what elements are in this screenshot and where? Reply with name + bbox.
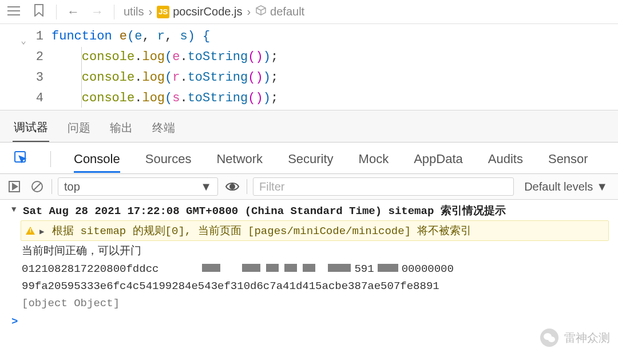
- separator: [50, 151, 51, 167]
- log-text: 99fa20595333e6fc4c54199284e543ef310d6c7a…: [22, 280, 439, 292]
- devtools-tab-network[interactable]: Network: [216, 152, 263, 167]
- play-in-box-icon[interactable]: [6, 178, 23, 195]
- clear-console-icon[interactable]: [29, 178, 46, 195]
- log-level-dropdown[interactable]: Default levels ▼: [520, 180, 612, 193]
- bookmark-icon[interactable]: [31, 4, 47, 20]
- devtools-tab-mock[interactable]: Mock: [359, 152, 389, 167]
- svg-line-5: [261, 8, 266, 10]
- svg-point-12: [230, 184, 235, 189]
- devtools-tab-audits[interactable]: Audits: [488, 152, 523, 167]
- zh-panel-tabs: 调试器问题输出终端: [0, 110, 618, 142]
- editor-toolbar: ← → utils › JS pocsirCode.js › default: [0, 0, 618, 24]
- wechat-icon: [540, 329, 558, 347]
- js-file-icon: JS: [157, 6, 169, 18]
- zh-tab-1[interactable]: 问题: [66, 117, 92, 141]
- breadcrumb: utils › JS pocsirCode.js › default: [124, 5, 304, 19]
- console-prompt[interactable]: >: [9, 312, 609, 331]
- line-number: 4: [0, 88, 52, 109]
- watermark: 雷神众测: [540, 329, 610, 347]
- crumb-symbol-label: default: [270, 5, 304, 18]
- crumb-symbol[interactable]: default: [255, 5, 304, 19]
- code-content[interactable]: function e(e, r, s) { console.log(e.toSt…: [52, 24, 618, 110]
- execution-context-dropdown[interactable]: top ▼: [58, 177, 218, 196]
- separator: [52, 179, 52, 194]
- devtools-tab-console[interactable]: Console: [74, 152, 120, 167]
- code-editor[interactable]: 1⌄234 function e(e, r, s) { console.log(…: [0, 24, 618, 110]
- svg-line-11: [34, 183, 41, 190]
- console-log-area[interactable]: ▼ Sat Aug 28 2021 17:22:08 GMT+0800 (Chi…: [0, 200, 618, 336]
- zh-tab-0[interactable]: 调试器: [13, 116, 49, 142]
- line-number: 3: [0, 68, 52, 88]
- redacted-segment: [378, 264, 398, 272]
- context-label: top: [64, 180, 80, 193]
- log-line: 0121082817220800fddcc 591 00000000: [9, 260, 609, 278]
- crumb-file-label: pocsirCode.js: [173, 5, 242, 18]
- separator: [247, 179, 247, 194]
- line-gutter: 1⌄234: [0, 24, 52, 110]
- chevron-right-icon: ›: [247, 5, 251, 18]
- code-line[interactable]: console.log(s.toString());: [52, 88, 618, 109]
- log-text: 0121082817220800fddcc: [22, 263, 159, 275]
- crumb-folder-label: utils: [124, 5, 144, 18]
- toolbar-separator: [114, 5, 114, 19]
- devtools-tab-appdata[interactable]: AppData: [414, 152, 463, 167]
- chevron-right-icon[interactable]: ▶: [39, 227, 47, 236]
- crumb-folder[interactable]: utils: [124, 5, 144, 18]
- warning-icon: [26, 227, 35, 235]
- log-text: 591: [354, 263, 374, 275]
- svg-point-14: [548, 337, 555, 342]
- inspect-icon[interactable]: [14, 151, 27, 168]
- levels-label: Default levels: [524, 180, 593, 193]
- svg-line-4: [256, 8, 261, 10]
- line-number: 2: [0, 47, 52, 68]
- cube-icon: [255, 5, 267, 19]
- filter-placeholder: Filter: [259, 180, 284, 193]
- toolbar-separator: [56, 5, 57, 19]
- log-text: [object Object]: [22, 297, 120, 310]
- devtools-tab-sources[interactable]: Sources: [145, 152, 192, 167]
- log-group-header[interactable]: ▼ Sat Aug 28 2021 17:22:08 GMT+0800 (Chi…: [9, 201, 609, 220]
- chevron-right-icon: ›: [149, 5, 153, 18]
- console-toolbar: top ▼ Filter Default levels ▼: [0, 174, 618, 200]
- code-line[interactable]: function e(e, r, s) {: [52, 26, 618, 47]
- log-header-text: Sat Aug 28 2021 17:22:08 GMT+0800 (China…: [23, 203, 506, 218]
- devtools-tab-sensor[interactable]: Sensor: [548, 152, 588, 167]
- crumb-file[interactable]: JS pocsirCode.js: [157, 5, 242, 18]
- zh-tab-3[interactable]: 终端: [151, 117, 176, 141]
- devtools-tab-security[interactable]: Security: [288, 152, 333, 167]
- watermark-text: 雷神众测: [564, 330, 610, 346]
- code-line[interactable]: console.log(e.toString());: [52, 47, 618, 68]
- log-warning[interactable]: ▶ 根据 sitemap 的规则[0], 当前页面 [pages/miniCod…: [21, 220, 609, 241]
- chevron-down-icon[interactable]: ▼: [11, 205, 19, 214]
- log-line: 当前时间正确，可以开门: [9, 241, 609, 260]
- chevron-down-icon: ▼: [596, 180, 608, 193]
- log-text: 当前时间正确，可以开门: [22, 243, 141, 258]
- log-text: 00000000: [402, 263, 454, 275]
- indent-guide: [81, 47, 82, 108]
- chevron-down-icon: ▼: [200, 180, 212, 193]
- filter-input[interactable]: Filter: [253, 177, 514, 196]
- zh-tab-2[interactable]: 输出: [109, 117, 134, 141]
- log-line: 99fa20595333e6fc4c54199284e543ef310d6c7a…: [9, 278, 609, 295]
- nav-forward-icon[interactable]: →: [90, 5, 105, 19]
- line-number: 1⌄: [0, 26, 52, 47]
- svg-marker-9: [13, 184, 17, 189]
- log-line: [object Object]: [9, 295, 609, 312]
- nav-back-icon[interactable]: ←: [66, 5, 81, 19]
- log-warning-text: 根据 sitemap 的规则[0], 当前页面 [pages/miniCode/…: [52, 223, 472, 238]
- menu-icon[interactable]: [6, 5, 22, 19]
- eye-icon[interactable]: [224, 178, 241, 195]
- prompt-icon: >: [11, 315, 18, 328]
- code-line[interactable]: console.log(r.toString());: [52, 68, 618, 88]
- devtools-tabbar: ConsoleSourcesNetworkSecurityMockAppData…: [0, 142, 618, 174]
- redacted-segment: [202, 264, 351, 272]
